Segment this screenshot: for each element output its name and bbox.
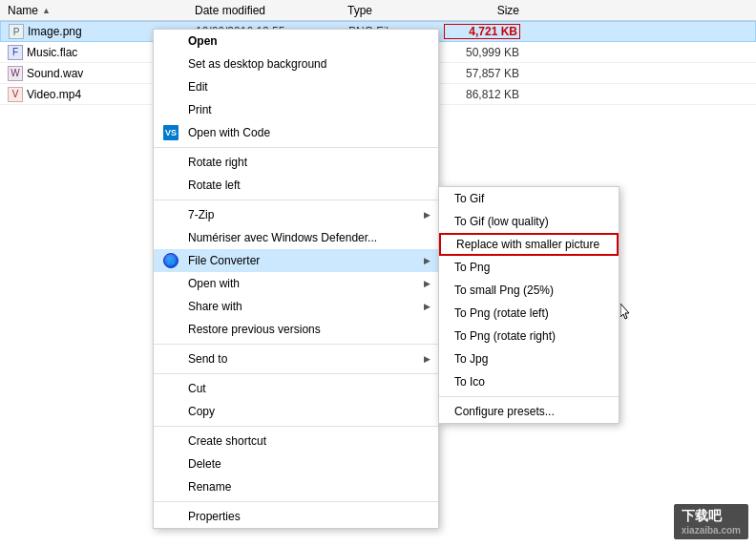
menu-item-open-with-code[interactable]: VS Open with Code <box>154 121 438 144</box>
context-menu: Open Set as desktop background Edit Prin… <box>153 29 439 529</box>
submenu-item-replace-smaller[interactable]: Replace with smaller picture <box>439 233 619 256</box>
submenu-item-to-png-rotate-right[interactable]: To Png (rotate right) <box>439 325 619 347</box>
menu-item-rename[interactable]: Rename <box>154 475 438 498</box>
menu-item-rotate-right[interactable]: Rotate right <box>154 151 438 174</box>
menu-item-rotate-left[interactable]: Rotate left <box>154 174 438 197</box>
menu-item-properties[interactable]: Properties <box>154 505 438 528</box>
file-label-sound: Sound.wav <box>27 67 83 80</box>
menu-item-set-desktop[interactable]: Set as desktop background <box>154 53 438 75</box>
header-name[interactable]: Name ▲ <box>4 4 195 17</box>
watermark-sub: xiazaiba.com <box>682 525 741 536</box>
header-date[interactable]: Date modified <box>195 4 347 17</box>
watermark: 下载吧 xiazaiba.com <box>674 504 748 539</box>
file-label-image: Image.png <box>28 25 82 38</box>
header-type[interactable]: Type <box>347 4 443 17</box>
submenu-item-to-gif[interactable]: To Gif <box>439 187 619 210</box>
menu-item-restore-prev[interactable]: Restore previous versions <box>154 318 438 341</box>
submenu-item-to-jpg[interactable]: To Jpg <box>439 347 619 370</box>
file-size-music: 50,999 KB <box>443 46 519 59</box>
file-list-header: Name ▲ Date modified Type Size <box>0 0 756 21</box>
submenu-item-configure[interactable]: Configure presets... <box>439 400 619 423</box>
menu-item-copy[interactable]: Copy <box>154 400 438 423</box>
watermark-text: 下载吧 <box>682 508 741 525</box>
menu-item-cut[interactable]: Cut <box>154 377 438 400</box>
vscode-menu-icon: VS <box>161 123 180 142</box>
menu-item-send-to[interactable]: Send to <box>154 347 438 370</box>
submenu-item-to-png-rotate-left[interactable]: To Png (rotate left) <box>439 302 619 325</box>
file-size-video: 86,812 KB <box>443 88 519 101</box>
file-label-video: Video.mp4 <box>27 88 81 101</box>
menu-item-open-with[interactable]: Open with <box>154 272 438 295</box>
explorer-window: Name ▲ Date modified Type Size P Image.p… <box>0 0 756 547</box>
submenu-converter: To Gif To Gif (low quality) Replace with… <box>438 186 620 424</box>
menu-item-file-converter[interactable]: 🌐 File Converter <box>154 249 438 272</box>
globe-menu-icon: 🌐 <box>161 251 180 270</box>
sort-arrow-icon: ▲ <box>42 6 51 15</box>
menu-item-create-shortcut[interactable]: Create shortcut <box>154 430 438 452</box>
file-label-music: Music.flac <box>27 46 77 59</box>
menu-item-share-with[interactable]: Share with <box>154 295 438 318</box>
menu-item-open[interactable]: Open <box>154 30 438 53</box>
png-icon: P <box>9 24 24 39</box>
wav-icon: W <box>8 66 23 81</box>
mouse-cursor <box>620 304 632 321</box>
divider-5 <box>154 426 438 427</box>
submenu-item-to-png[interactable]: To Png <box>439 256 619 279</box>
submenu-divider <box>439 396 619 397</box>
file-size-image: 4,721 KB <box>444 24 520 39</box>
divider-3 <box>154 344 438 345</box>
submenu-item-to-gif-low[interactable]: To Gif (low quality) <box>439 210 619 233</box>
divider-2 <box>154 200 438 200</box>
header-size[interactable]: Size <box>443 4 519 17</box>
submenu-item-to-small-png[interactable]: To small Png (25%) <box>439 279 619 302</box>
menu-item-delete[interactable]: Delete <box>154 452 438 475</box>
menu-item-scan-defender[interactable]: Numériser avec Windows Defender... <box>154 226 438 249</box>
submenu-item-to-ico[interactable]: To Ico <box>439 370 619 393</box>
divider-6 <box>154 501 438 502</box>
menu-item-edit[interactable]: Edit <box>154 75 438 98</box>
mp4-icon: V <box>8 87 23 102</box>
divider-1 <box>154 147 438 148</box>
header-name-label: Name <box>8 4 38 17</box>
file-size-sound: 57,857 KB <box>443 67 519 80</box>
menu-item-print[interactable]: Print <box>154 98 438 121</box>
flac-icon: F <box>8 45 23 60</box>
divider-4 <box>154 373 438 374</box>
menu-item-7zip[interactable]: 7-Zip <box>154 203 438 226</box>
svg-marker-0 <box>620 304 629 319</box>
